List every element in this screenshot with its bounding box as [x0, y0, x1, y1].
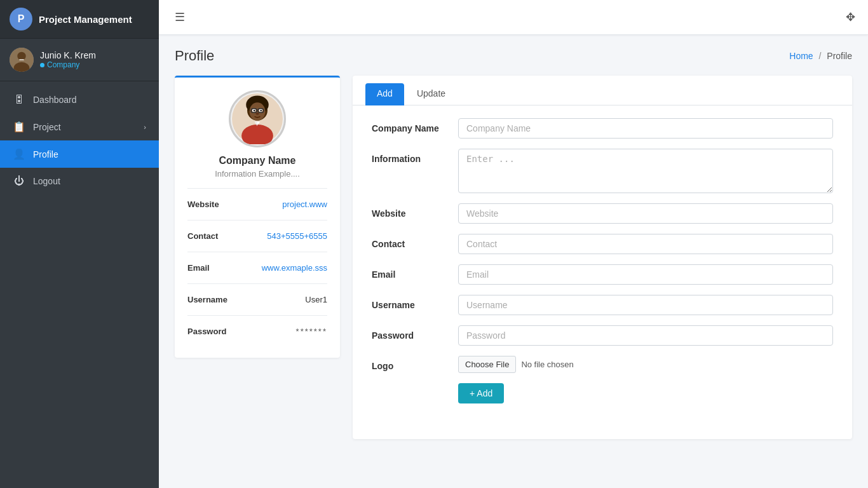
- breadcrumb: Home / Profile: [789, 51, 852, 61]
- profile-detail-label-contact: Contact: [187, 231, 218, 241]
- profile-detail-label-password: Password: [187, 327, 226, 336]
- profile-detail-label-website: Website: [187, 200, 219, 209]
- choose-file-button[interactable]: Choose File: [458, 356, 516, 373]
- form-row-website: Website: [372, 203, 833, 224]
- form-tabs: Add Update: [353, 76, 852, 105]
- form-row-username: Username: [372, 295, 833, 315]
- breadcrumb-home-link[interactable]: Home: [789, 51, 813, 61]
- label-password: Password: [372, 325, 448, 341]
- input-website[interactable]: [458, 203, 833, 224]
- sidebar-item-profile[interactable]: 👤 Profile: [0, 140, 159, 168]
- profile-detail-value-email: www.exmaple.sss: [262, 263, 327, 273]
- label-company-name: Company Name: [372, 118, 448, 133]
- input-company-name[interactable]: [458, 118, 833, 139]
- content-area: Profile Home / Profile: [159, 35, 868, 488]
- page-title: Profile: [175, 48, 214, 64]
- breadcrumb-row: Profile Home / Profile: [175, 48, 852, 64]
- sidebar-item-label: Dashboard: [33, 95, 77, 105]
- label-contact: Contact: [372, 234, 448, 249]
- svg-rect-3: [19, 59, 24, 60]
- sidebar-item-project[interactable]: 📋 Project ›: [0, 113, 159, 140]
- topbar-right: ✥: [846, 10, 855, 24]
- input-email[interactable]: [458, 264, 833, 285]
- profile-detail-value-website: project.www: [282, 200, 327, 209]
- profile-detail-label-email: Email: [187, 263, 210, 273]
- form-panel: Add Update Company Name Information: [353, 76, 852, 439]
- label-email: Email: [372, 264, 448, 280]
- profile-detail-label-username: Username: [187, 295, 227, 304]
- form-row-logo: Logo Choose File No file chosen: [372, 356, 833, 373]
- profile-detail-username: Username User1: [187, 289, 327, 310]
- profile-detail-value-password: *******: [296, 327, 327, 336]
- project-icon: 📋: [13, 121, 25, 133]
- profile-detail-password: Password *******: [187, 321, 327, 342]
- sidebar-nav: 🎛 Dashboard 📋 Project › 👤 Profile ⏻ Logo…: [0, 81, 159, 194]
- svg-point-10: [254, 110, 255, 112]
- svg-point-1: [17, 52, 25, 60]
- form-row-password: Password: [372, 325, 833, 346]
- label-website: Website: [372, 203, 448, 219]
- chevron-right-icon: ›: [144, 123, 146, 131]
- input-username[interactable]: [458, 295, 833, 315]
- user-info: Junio K. Krem Company: [40, 50, 96, 69]
- user-name: Junio K. Krem: [40, 50, 96, 60]
- no-file-chosen-text: No file chosen: [521, 360, 573, 369]
- profile-info-text: Information Example....: [187, 169, 327, 179]
- profile-detail-website: Website project.www: [187, 194, 327, 215]
- label-logo: Logo: [372, 356, 448, 371]
- tab-add[interactable]: Add: [365, 83, 404, 105]
- sidebar-item-logout[interactable]: ⏻ Logout: [0, 168, 159, 194]
- profile-layout: Company Name Information Example.... Web…: [175, 76, 852, 439]
- sidebar-item-label: Logout: [33, 176, 60, 186]
- label-information: Information: [372, 149, 448, 164]
- form-row-submit: + Add: [372, 383, 833, 403]
- profile-detail-email: Email www.exmaple.sss: [187, 257, 327, 278]
- breadcrumb-separator: /: [819, 51, 822, 61]
- add-submit-button[interactable]: + Add: [458, 383, 504, 403]
- sidebar-header: P Project Management: [0, 0, 159, 39]
- user-role: Company: [40, 60, 96, 69]
- file-input-wrapper: Choose File No file chosen: [458, 356, 833, 373]
- profile-avatar-image: [229, 90, 286, 147]
- app-logo-icon: P: [10, 8, 32, 30]
- profile-company-name: Company Name: [187, 155, 327, 166]
- label-username: Username: [372, 295, 448, 310]
- profile-card: Company Name Information Example.... Web…: [175, 76, 340, 358]
- input-information[interactable]: [458, 149, 833, 193]
- dashboard-icon: 🎛: [13, 94, 25, 105]
- sidebar-item-label: Profile: [33, 149, 58, 159]
- profile-detail-value-contact: 543+5555+6555: [267, 231, 327, 241]
- app-title: Project Management: [39, 14, 132, 25]
- profile-detail-contact: Contact 543+5555+6555: [187, 226, 327, 247]
- sidebar: P Project Management Junio K. Krem Compa…: [0, 0, 159, 488]
- input-password[interactable]: [458, 325, 833, 346]
- sidebar-user: Junio K. Krem Company: [0, 39, 159, 81]
- profile-card-avatar: [187, 90, 327, 147]
- profile-detail-value-username: User1: [305, 295, 327, 304]
- main-content: ☰ ✥ Profile Home / Profile: [159, 0, 868, 488]
- form-row-contact: Contact: [372, 234, 833, 254]
- compress-icon[interactable]: ✥: [846, 10, 855, 24]
- tab-update[interactable]: Update: [405, 83, 457, 105]
- form-body: Company Name Information Website: [353, 105, 852, 426]
- form-row-information: Information: [372, 149, 833, 193]
- form-row-company-name: Company Name: [372, 118, 833, 139]
- form-row-email: Email: [372, 264, 833, 285]
- breadcrumb-current: Profile: [827, 51, 852, 61]
- profile-icon: 👤: [13, 148, 25, 160]
- avatar: [10, 48, 34, 72]
- hamburger-button[interactable]: ☰: [172, 7, 188, 27]
- sidebar-item-label: Project: [33, 122, 61, 132]
- logout-icon: ⏻: [13, 175, 25, 187]
- svg-point-15: [255, 112, 259, 115]
- input-contact[interactable]: [458, 234, 833, 254]
- user-role-dot: [40, 63, 44, 67]
- svg-point-11: [260, 110, 262, 112]
- topbar: ☰ ✥: [159, 0, 868, 35]
- sidebar-item-dashboard[interactable]: 🎛 Dashboard: [0, 86, 159, 113]
